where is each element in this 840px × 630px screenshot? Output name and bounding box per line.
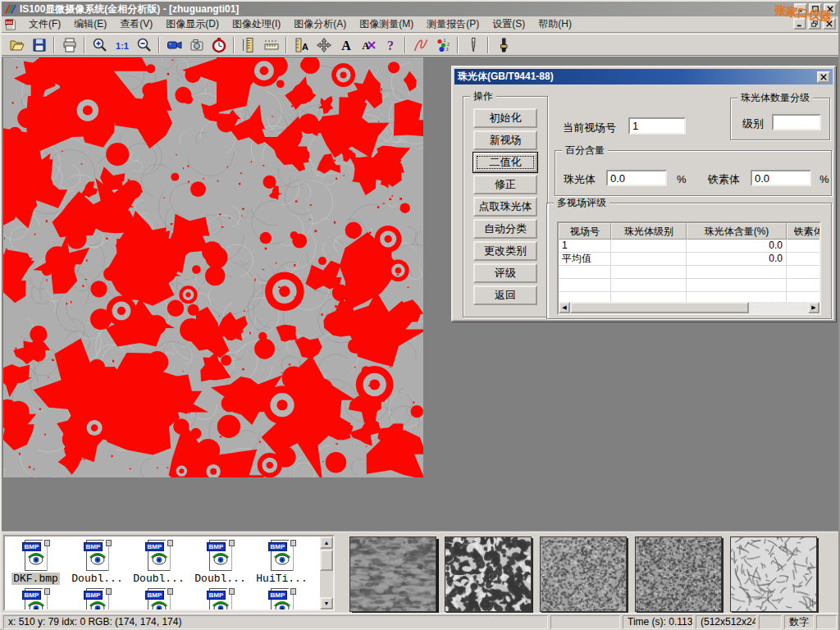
table-cell: 平均值: [559, 253, 611, 266]
svg-text:1: 1: [443, 38, 445, 43]
ruler-icon[interactable]: [260, 35, 282, 55]
calib-points-icon[interactable]: 123: [431, 35, 454, 55]
file-item[interactable]: BMP: [251, 585, 313, 611]
video-camera-icon[interactable]: [163, 35, 185, 55]
grade-group-label: 珠光体数量分级: [737, 92, 813, 103]
table-horizontal-scrollbar[interactable]: ◀ ▶: [559, 302, 819, 313]
save-icon[interactable]: [28, 35, 50, 55]
thumbnail-image[interactable]: [540, 536, 627, 612]
file-item[interactable]: BMPDoubl...: [128, 536, 189, 585]
thumbnail-image[interactable]: [349, 536, 436, 612]
file-item[interactable]: BMPDoubl...: [66, 536, 128, 585]
pearlite-percent-input[interactable]: 0.0: [606, 170, 667, 186]
menu-item[interactable]: 设置(S): [486, 16, 532, 33]
binarized-metallograph-image[interactable]: [3, 57, 423, 477]
table-header[interactable]: 珠光体含量(%): [687, 223, 787, 240]
help-icon[interactable]: ?: [379, 35, 401, 55]
action-button-返回[interactable]: 返回: [473, 285, 537, 305]
brush-icon[interactable]: [492, 35, 514, 55]
action-button-新视场[interactable]: 新视场: [473, 130, 537, 150]
action-button-更改类别[interactable]: 更改类别: [473, 241, 537, 261]
zoom-out-icon[interactable]: [133, 35, 155, 55]
mdi-close-icon[interactable]: [823, 18, 836, 30]
capture-icon[interactable]: [185, 35, 208, 55]
pen-icon[interactable]: [462, 35, 484, 55]
scroll-right-icon[interactable]: ▶: [808, 302, 819, 313]
grade-group: 珠光体数量分级 级别: [730, 98, 830, 140]
minimize-icon[interactable]: [794, 3, 807, 15]
mdi-restore-icon[interactable]: [808, 18, 821, 30]
thumbnail-image[interactable]: [730, 536, 817, 612]
measure-text-icon[interactable]: A: [290, 35, 313, 55]
file-item[interactable]: BMP: [128, 585, 189, 611]
percent-sign: %: [677, 173, 687, 185]
file-item[interactable]: BMPDKF.bmp: [5, 536, 66, 585]
grade-input[interactable]: [772, 114, 821, 130]
menu-item[interactable]: 测量报告(P): [420, 16, 486, 33]
table-header[interactable]: 视场号: [559, 223, 611, 240]
table-header[interactable]: 铁素体含量(%): [787, 223, 821, 240]
scrollbar-thumb[interactable]: [320, 550, 333, 571]
file-item[interactable]: BMP: [5, 585, 66, 611]
bmp-file-icon: BMP: [268, 540, 296, 571]
menu-item[interactable]: 图像测量(M): [353, 16, 420, 33]
delete-text-icon[interactable]: A: [357, 35, 379, 55]
scroll-down-icon[interactable]: ▼: [320, 597, 333, 609]
menu-item[interactable]: 图像处理(I): [226, 16, 287, 33]
text-icon[interactable]: A: [335, 35, 357, 55]
close-icon[interactable]: [824, 3, 837, 15]
action-button-初始化[interactable]: 初始化: [473, 108, 537, 128]
zoom-in-icon[interactable]: [89, 35, 111, 55]
menu-item[interactable]: 查看(V): [113, 16, 159, 33]
status-time: Time (s): 0.113: [623, 615, 693, 629]
table-row[interactable]: [559, 266, 819, 279]
file-item[interactable]: BMPHuiTi...: [251, 536, 313, 585]
action-button-评级[interactable]: 评级: [473, 263, 537, 283]
action-button-点取珠光体[interactable]: 点取珠光体: [473, 197, 537, 217]
dialog-title-bar[interactable]: 珠光体(GB/T9441-88): [454, 69, 833, 84]
mdi-minimize-icon[interactable]: [793, 18, 806, 30]
percent-sign: %: [819, 173, 829, 185]
maximize-icon[interactable]: [809, 3, 822, 15]
ferrite-percent-input[interactable]: 0.0: [751, 170, 811, 186]
table-header[interactable]: 珠光体级别: [611, 223, 687, 240]
thumbnail-image[interactable]: [445, 536, 532, 612]
current-field-input[interactable]: 1: [628, 117, 686, 135]
menu-item[interactable]: 文件(F): [22, 16, 67, 33]
action-button-二值化[interactable]: 二值化: [473, 153, 537, 172]
scrollbar-thumb[interactable]: [570, 302, 749, 313]
file-name: Doubl...: [193, 573, 247, 585]
menu-item[interactable]: 图像分析(A): [287, 16, 353, 33]
pearlite-dialog: 珠光体(GB/T9441-88) 操作 初始化新视场二值化修正点取珠光体自动分类…: [451, 66, 836, 322]
menu-item[interactable]: 图像显示(D): [159, 16, 226, 33]
move-icon[interactable]: [313, 35, 335, 55]
status-empty-field: [759, 615, 782, 629]
table-row[interactable]: [559, 279, 819, 292]
dialog-close-icon[interactable]: [817, 71, 830, 83]
file-vertical-scrollbar[interactable]: ▲ ▼: [320, 536, 333, 609]
curve-icon[interactable]: [409, 35, 431, 55]
title-bar[interactable]: IS100显微摄像系统(金相分析版) - [zhuguangti01]: [2, 2, 838, 16]
table-row[interactable]: 平均值0.0: [559, 253, 819, 266]
table-row[interactable]: 10.0: [559, 240, 819, 253]
file-name: Doubl...: [131, 573, 185, 585]
menu-item[interactable]: 帮助(H): [532, 16, 578, 33]
scrollbar-track[interactable]: [749, 302, 808, 313]
file-item[interactable]: BMP: [189, 585, 251, 611]
svg-text:?: ?: [387, 39, 394, 52]
scroll-left-icon[interactable]: ◀: [559, 302, 570, 313]
file-item[interactable]: BMPDoubl...: [189, 536, 251, 585]
scroll-up-icon[interactable]: ▲: [320, 536, 333, 549]
thumbnail-image[interactable]: [635, 536, 722, 612]
file-item[interactable]: BMP: [66, 585, 128, 611]
actual-size-icon[interactable]: 1:1: [111, 35, 133, 55]
open-icon[interactable]: [6, 35, 28, 55]
print-icon[interactable]: [58, 35, 80, 55]
menu-item[interactable]: 编辑(E): [67, 16, 113, 33]
action-button-修正[interactable]: 修正: [473, 175, 537, 194]
timer-icon[interactable]: [208, 35, 230, 55]
action-button-自动分类[interactable]: 自动分类: [473, 219, 537, 239]
caliper-icon[interactable]: [238, 35, 260, 55]
toolbar-separator: [285, 37, 287, 53]
table-cell: [787, 266, 821, 279]
